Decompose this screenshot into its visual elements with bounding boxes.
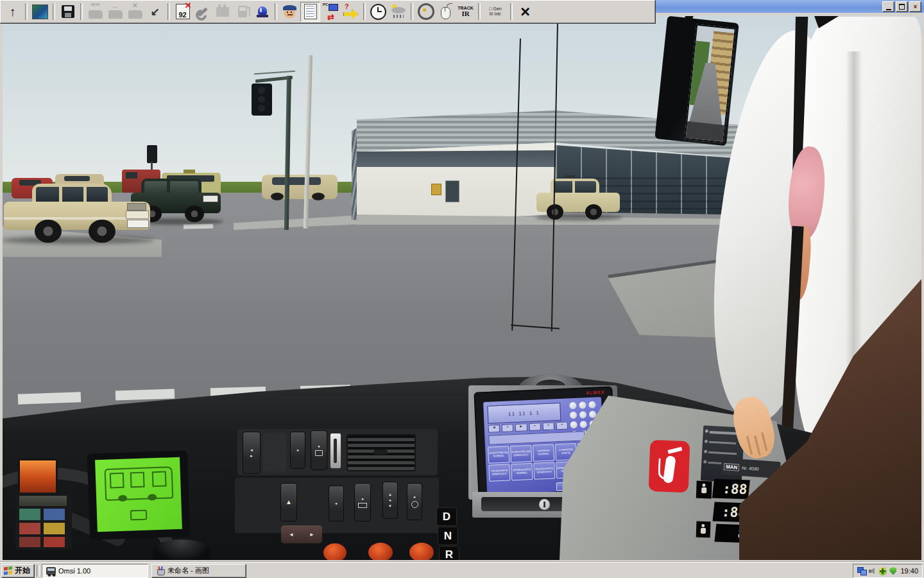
repair-button[interactable] [193, 3, 212, 21]
trackir-button[interactable]: TRACK IR [456, 3, 475, 21]
timetable-button[interactable]: 92 ✕ [173, 3, 192, 21]
map-button[interactable] [31, 3, 49, 21]
steering-button[interactable] [416, 3, 435, 21]
schedule-sheet-icon [304, 4, 317, 19]
restore-button[interactable] [896, 1, 908, 12]
panel-tile-red2[interactable] [44, 537, 65, 547]
updater-icon[interactable] [878, 567, 887, 575]
keypad-key[interactable] [570, 421, 577, 428]
switch-2[interactable]: ● [311, 430, 327, 470]
panel-tile-darkred[interactable] [19, 537, 40, 547]
toolbar-separator [53, 3, 55, 20]
nav-button[interactable]: ▪ [502, 424, 514, 432]
gear-key-n[interactable]: N [438, 527, 458, 545]
ticket-type-button[interactable]: KURZSTRECKEERMÄSSIGT [510, 445, 532, 462]
ibis-button[interactable]: PC ⇄ [321, 3, 340, 21]
save-button[interactable] [58, 3, 77, 21]
ticket-type-button[interactable]: EINZELKARTEERMÄSSIGT [533, 462, 555, 479]
nav-next-button[interactable]: ► [515, 423, 527, 432]
red-arrows-icon: ⇄ [327, 13, 334, 21]
switch-tree[interactable]: ▲ [280, 483, 297, 521]
help-route-button[interactable]: ? [341, 3, 360, 21]
keypad-key[interactable] [570, 412, 577, 419]
quit-button[interactable]: × [516, 3, 535, 21]
nav-button[interactable]: ▪ [542, 422, 554, 430]
mouse-button[interactable] [436, 3, 455, 21]
taskbar: 开始 Omsi 1.00 未命名 - 画图 [0, 562, 924, 578]
fare-display [18, 459, 58, 495]
siren-icon [257, 6, 268, 17]
air-vent[interactable] [346, 434, 416, 471]
blank-switch-tile[interactable] [263, 433, 286, 471]
window-titlebar[interactable]: × [656, 0, 924, 13]
timetable-info-button[interactable] [300, 2, 320, 22]
panel-tile-gray[interactable] [19, 496, 67, 506]
mb-headlight [126, 211, 149, 219]
panel-tile-red[interactable] [19, 523, 40, 534]
switch-5[interactable]: ● [407, 483, 422, 520]
nav-button[interactable]: ▪ [529, 423, 541, 431]
nav-glyph: ► [519, 424, 523, 428]
arrow-left-glyph: ◄ [289, 532, 294, 538]
switch-updown[interactable]: ▲ ● ▼ [382, 482, 398, 519]
fire-extinguisher-sticker [649, 440, 690, 493]
knob-black[interactable] [153, 539, 210, 562]
monitor-icon [329, 4, 338, 11]
engine-button[interactable] [213, 3, 232, 21]
minimize-button[interactable] [882, 1, 894, 12]
toggle-silver[interactable] [330, 433, 341, 469]
switch-4[interactable]: ● [354, 483, 371, 521]
switch-3[interactable]: ● [329, 486, 344, 521]
panel-tile-blue[interactable] [44, 509, 65, 520]
rocker-arrows[interactable]: ◄ ► [243, 432, 261, 474]
siren-button[interactable] [253, 3, 271, 21]
close-button[interactable]: × [909, 1, 921, 12]
start-button[interactable]: 开始 [1, 564, 35, 578]
enter-bus-button[interactable]: ↙ [146, 3, 164, 21]
gear-key-d[interactable]: D [436, 507, 457, 526]
keypad-key[interactable] [588, 401, 595, 408]
car-windows [272, 177, 321, 185]
keypad-key[interactable] [579, 401, 586, 408]
shield-icon[interactable] [889, 567, 896, 575]
new-bus-button[interactable]: NEW [86, 3, 105, 21]
ticket-type-button[interactable]: FAHRRADNORMAL [533, 444, 554, 461]
rocker-brown[interactable]: ◄ ► [281, 525, 322, 543]
knob-orange[interactable] [323, 543, 346, 562]
switch-1[interactable]: ● [290, 432, 305, 469]
pc-label: PC [323, 3, 328, 6]
network-icon[interactable] [857, 567, 866, 575]
ticket-type-button[interactable]: KURZSTRECKENORMAL [488, 446, 509, 463]
tray-clock[interactable]: 19:40 [900, 567, 918, 575]
remove-bus-button[interactable]: ✕ [126, 3, 144, 21]
fuel-button[interactable] [233, 3, 252, 21]
ticket-type-button[interactable]: EINZELKARTENORMAL [511, 463, 533, 480]
nav-button[interactable]: ▪ [556, 421, 568, 430]
mb-grille [127, 203, 146, 211]
exit-up-button[interactable]: ↑ [3, 3, 22, 21]
taskbar-item-paint[interactable]: 未命名 - 画图 [151, 564, 246, 578]
panel-tile-yellow[interactable] [44, 523, 65, 534]
nav-prev-button[interactable]: ◄ [488, 425, 501, 433]
time-button[interactable] [369, 3, 388, 21]
lcd-bus-wheel [118, 495, 127, 502]
weather-button[interactable] [389, 3, 407, 21]
toolbar-separator [478, 3, 481, 20]
options-flags-button[interactable]: □ Gen ☒ Intr [484, 3, 507, 21]
keypad-key[interactable] [579, 421, 586, 428]
taskbar-item-omsi[interactable]: Omsi 1.00 [42, 564, 148, 578]
panel-tile-green[interactable] [19, 509, 40, 520]
volume-icon[interactable] [869, 568, 876, 575]
ticket-type-button[interactable]: TAGESKARTEERMÄSSIGT [488, 464, 510, 481]
keypad-key[interactable] [579, 411, 586, 418]
change-bus-button[interactable]: ↔ [106, 3, 124, 21]
restore-glyph [899, 4, 905, 10]
driver-button[interactable] [280, 3, 299, 21]
knob-orange[interactable] [409, 543, 434, 562]
game-viewport[interactable]: ◄ ► ● ● ▲ ● ● ▲ ● ▼ ● ◄ ► D N R [0, 0, 924, 562]
keypad-key[interactable] [589, 411, 596, 418]
keypad-key[interactable] [569, 402, 576, 409]
knob-orange[interactable] [368, 543, 393, 562]
mb-shadow [1, 236, 154, 244]
mirror-bottom [686, 121, 724, 142]
